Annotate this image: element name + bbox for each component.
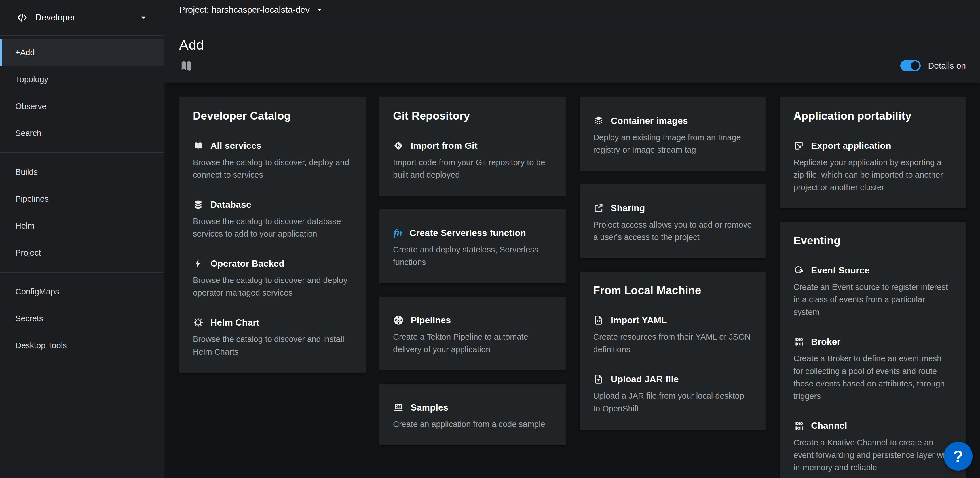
item-link-create-serverless-function[interactable]: fnCreate Serverless function bbox=[393, 227, 552, 238]
item-link-import-from-git[interactable]: Import from Git bbox=[393, 140, 552, 151]
item-title: Pipelines bbox=[410, 315, 451, 326]
item-title: Samples bbox=[410, 402, 448, 413]
add-item-container-images: Container imagesDeploy an existing Image… bbox=[593, 115, 752, 156]
add-item-event-source: Event SourceCreate an Event source to re… bbox=[794, 265, 953, 318]
grid-column-1: Developer CatalogAll servicesBrowse the … bbox=[179, 97, 366, 373]
help-button[interactable]: ? bbox=[944, 442, 973, 471]
sidebar-item-pipelines[interactable]: Pipelines bbox=[0, 186, 164, 213]
item-description: Replicate your application by exporting … bbox=[794, 156, 953, 194]
export-icon bbox=[794, 140, 804, 151]
bolt-icon bbox=[193, 258, 204, 269]
sidebar: Developer +AddTopologyObserveSearchBuild… bbox=[0, 0, 164, 478]
item-link-export-application[interactable]: Export application bbox=[794, 140, 953, 151]
item-description: Create a Knative Channel to create an ev… bbox=[794, 436, 953, 474]
sidebar-item-secrets[interactable]: Secrets bbox=[0, 305, 164, 332]
grid-column-3: Container imagesDeploy an existing Image… bbox=[580, 97, 766, 430]
item-link-broker[interactable]: Broker bbox=[794, 336, 953, 347]
book-icon bbox=[193, 140, 204, 151]
book-plus-icon bbox=[179, 59, 193, 73]
page-header-right: Details on bbox=[900, 60, 966, 73]
item-description: Browse the catalog to discover database … bbox=[193, 215, 352, 240]
question-mark-icon: ? bbox=[953, 447, 963, 466]
item-link-all-services[interactable]: All services bbox=[193, 140, 352, 151]
item-description: Create an application from a code sample bbox=[393, 418, 552, 430]
item-link-database[interactable]: Database bbox=[193, 199, 352, 210]
card-git-repository: Git RepositoryImport from GitImport code… bbox=[379, 97, 566, 196]
card-create-serverless-function: fnCreate Serverless functionCreate and d… bbox=[379, 210, 566, 283]
item-link-channel[interactable]: Channel bbox=[794, 421, 953, 431]
laptop-code-icon bbox=[393, 402, 404, 413]
sidebar-group-divider bbox=[0, 272, 164, 273]
perspective-label: Developer bbox=[35, 13, 75, 23]
item-description: Create a Tekton Pipeline to automate del… bbox=[393, 331, 552, 356]
add-item-database: DatabaseBrowse the catalog to discover d… bbox=[193, 199, 352, 240]
item-title: Operator Backed bbox=[210, 259, 285, 269]
grid-column-2: Git RepositoryImport from GitImport code… bbox=[379, 97, 566, 445]
item-link-samples[interactable]: Samples bbox=[393, 402, 552, 413]
add-item-pipelines: PipelinesCreate a Tekton Pipeline to aut… bbox=[393, 315, 552, 356]
item-description: Browse the catalog to discover and insta… bbox=[193, 333, 352, 358]
main-area: Project: harshcasper-localsta-dev Add De… bbox=[164, 0, 980, 478]
item-title: Helm Chart bbox=[210, 318, 259, 328]
app-window: Developer +AddTopologyObserveSearchBuild… bbox=[0, 0, 980, 478]
layers-icon bbox=[593, 115, 604, 126]
perspective-switcher[interactable]: Developer bbox=[0, 0, 164, 36]
chevron-down-icon bbox=[140, 14, 147, 21]
item-link-pipelines[interactable]: Pipelines bbox=[393, 315, 552, 326]
item-title: Broker bbox=[811, 337, 840, 347]
sidebar-item-helm[interactable]: Helm bbox=[0, 213, 164, 240]
add-item-all-services: All servicesBrowse the catalog to discov… bbox=[193, 140, 352, 181]
item-link-import-yaml[interactable]: Import YAML bbox=[593, 315, 752, 326]
card-samples: SamplesCreate an application from a code… bbox=[379, 384, 566, 445]
item-link-event-source[interactable]: Event Source bbox=[794, 265, 953, 276]
git-icon bbox=[393, 140, 404, 151]
add-item-import-from-git: Import from GitImport code from your Git… bbox=[393, 140, 552, 181]
item-title: Channel bbox=[811, 421, 847, 431]
card-application-portability: Application portabilityExport applicatio… bbox=[780, 97, 966, 208]
card-title: Application portability bbox=[794, 110, 953, 122]
sidebar-item-desktop-tools[interactable]: Desktop Tools bbox=[0, 332, 164, 359]
cards-grid: Developer CatalogAll servicesBrowse the … bbox=[179, 97, 966, 478]
add-item-upload-jar-file: Upload JAR fileUpload a JAR file from yo… bbox=[593, 374, 752, 414]
binary-icon bbox=[794, 421, 804, 431]
add-item-broker: BrokerCreate a Broker to define an event… bbox=[794, 336, 953, 402]
item-link-operator-backed[interactable]: Operator Backed bbox=[193, 258, 352, 269]
add-item-import-yaml: Import YAMLCreate resources from their Y… bbox=[593, 315, 752, 356]
sidebar-item-builds[interactable]: Builds bbox=[0, 159, 164, 186]
details-toggle[interactable] bbox=[900, 60, 921, 71]
database-icon bbox=[193, 199, 204, 210]
item-title: Sharing bbox=[611, 203, 645, 213]
grid-column-4: Application portabilityExport applicatio… bbox=[780, 97, 966, 478]
share-icon bbox=[593, 203, 604, 213]
event-source-icon bbox=[794, 265, 804, 276]
item-link-sharing[interactable]: Sharing bbox=[593, 203, 752, 213]
project-selector[interactable]: Project: harshcasper-localsta-dev bbox=[179, 5, 322, 15]
item-link-container-images[interactable]: Container images bbox=[593, 115, 752, 126]
card-from-local-machine: From Local MachineImport YAMLCreate reso… bbox=[580, 272, 766, 429]
item-description: Create a Broker to define an event mesh … bbox=[794, 352, 953, 402]
item-title: All services bbox=[210, 141, 261, 151]
sidebar-item-add[interactable]: +Add bbox=[0, 39, 164, 66]
item-link-helm-chart[interactable]: Helm Chart bbox=[193, 317, 352, 328]
card-title: From Local Machine bbox=[593, 284, 752, 297]
sidebar-group-divider bbox=[0, 152, 164, 153]
page-title: Add bbox=[179, 37, 204, 53]
add-item-helm-chart: Helm ChartBrowse the catalog to discover… bbox=[193, 317, 352, 358]
item-description: Upload a JAR file from your local deskto… bbox=[593, 390, 752, 414]
sidebar-item-configmaps[interactable]: ConfigMaps bbox=[0, 278, 164, 305]
fn-icon: fn bbox=[393, 227, 402, 238]
page-header-left: Add bbox=[179, 37, 204, 73]
sidebar-item-observe[interactable]: Observe bbox=[0, 93, 164, 120]
card-developer-catalog: Developer CatalogAll servicesBrowse the … bbox=[179, 97, 366, 373]
item-description: Create and deploy stateless, Serverless … bbox=[393, 243, 552, 268]
item-title: Container images bbox=[611, 116, 688, 126]
add-item-operator-backed: Operator BackedBrowse the catalog to dis… bbox=[193, 258, 352, 299]
item-title: Import from Git bbox=[410, 141, 477, 151]
sidebar-item-search[interactable]: Search bbox=[0, 120, 164, 147]
sidebar-item-project[interactable]: Project bbox=[0, 240, 164, 266]
sidebar-item-topology[interactable]: Topology bbox=[0, 66, 164, 93]
card-title: Git Repository bbox=[393, 110, 552, 122]
helm-icon bbox=[193, 317, 204, 328]
item-link-upload-jar-file[interactable]: Upload JAR file bbox=[593, 374, 752, 384]
quick-starts-button[interactable] bbox=[179, 59, 193, 73]
